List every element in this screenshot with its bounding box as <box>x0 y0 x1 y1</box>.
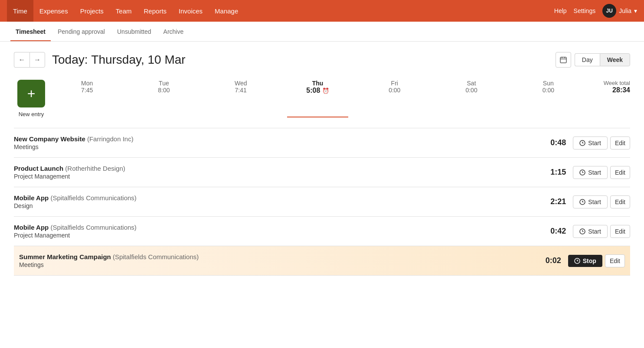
entry-project: Mobile App (Spitalfields Communications) <box>14 194 540 202</box>
new-entry-button[interactable]: + <box>17 80 45 107</box>
date-nav: ← → <box>14 52 45 68</box>
day-hours: 8:00 <box>127 87 200 94</box>
top-nav: Time Expenses Projects Team Reports Invo… <box>0 0 644 22</box>
day-name: Wed <box>204 80 278 87</box>
date-title: Today: Thursday, 10 Mar <box>52 53 186 67</box>
week-view-button[interactable]: Week <box>600 53 630 66</box>
entry-task: Meetings <box>19 261 535 268</box>
nav-right: Help Settings JU Julia ▾ <box>554 4 637 18</box>
username: Julia <box>619 7 631 14</box>
svg-rect-0 <box>560 57 566 63</box>
entry-duration: 2:21 <box>540 197 566 206</box>
tab-pending-approval[interactable]: Pending approval <box>52 28 110 41</box>
edit-button[interactable]: Edit <box>610 137 630 150</box>
table-row: Product Launch (Rotherhithe Design)Proje… <box>14 158 630 187</box>
nav-left: Time Expenses Projects Team Reports Invo… <box>7 0 244 22</box>
day-col-fri[interactable]: Fri0:00 <box>356 76 433 117</box>
next-day-button[interactable]: → <box>29 52 45 68</box>
entry-actions: StartEdit <box>573 225 630 238</box>
start-button[interactable]: Start <box>573 166 608 179</box>
day-hours: 0:00 <box>512 87 585 94</box>
edit-button[interactable]: Edit <box>610 166 630 179</box>
help-link[interactable]: Help <box>554 7 567 14</box>
tab-timesheet[interactable]: Timesheet <box>10 28 51 41</box>
entry-project: New Company Website (Farringdon Inc) <box>14 135 540 143</box>
day-name: Mon <box>50 80 124 87</box>
entry-info: Product Launch (Rotherhithe Design)Proje… <box>14 165 540 180</box>
settings-link[interactable]: Settings <box>574 7 596 14</box>
main-content: ← → Today: Thursday, 10 Mar Day Week + <box>0 42 644 286</box>
entry-actions: StopEdit <box>568 254 625 267</box>
day-col-mon[interactable]: Mon7:45 <box>49 76 125 117</box>
date-header: ← → Today: Thursday, 10 Mar Day Week <box>14 52 630 68</box>
edit-button[interactable]: Edit <box>610 195 630 208</box>
nav-item-invoices[interactable]: Invoices <box>173 0 209 22</box>
week-total-label: Week total <box>587 80 630 86</box>
day-col-sat[interactable]: Sat0:00 <box>433 76 510 117</box>
nav-item-projects[interactable]: Projects <box>74 0 110 22</box>
day-name: Fri <box>358 80 431 87</box>
chevron-down-icon: ▾ <box>634 7 637 14</box>
stop-button[interactable]: Stop <box>568 255 602 267</box>
table-row: Summer Marketing Campaign (Spitalfields … <box>14 246 630 276</box>
entry-actions: StartEdit <box>573 166 630 179</box>
tab-archive[interactable]: Archive <box>158 28 189 41</box>
edit-button[interactable]: Edit <box>610 225 630 238</box>
entry-duration: 0:48 <box>540 138 566 147</box>
entry-actions: StartEdit <box>573 137 630 150</box>
entry-duration: 0:02 <box>535 256 561 265</box>
nav-item-time[interactable]: Time <box>7 0 33 22</box>
start-button[interactable]: Start <box>573 137 608 150</box>
day-col-sun[interactable]: Sun0:00 <box>510 76 587 117</box>
day-col-wed[interactable]: Wed7:41 <box>203 76 279 117</box>
entry-info: Mobile App (Spitalfields Communications)… <box>14 194 540 209</box>
sub-nav: Timesheet Pending approval Unsubmitted A… <box>0 22 644 42</box>
day-col-thu[interactable]: Thu5:08 ⏰ <box>279 76 356 117</box>
entry-project: Mobile App (Spitalfields Communications) <box>14 224 540 231</box>
entry-project: Product Launch (Rotherhithe Design) <box>14 165 540 172</box>
table-row: New Company Website (Farringdon Inc)Meet… <box>14 128 630 158</box>
user-menu[interactable]: JU Julia ▾ <box>602 4 637 18</box>
table-row: Mobile App (Spitalfields Communications)… <box>14 217 630 246</box>
nav-item-manage[interactable]: Manage <box>209 0 244 22</box>
entries-table: New Company Website (Farringdon Inc)Meet… <box>14 128 630 276</box>
entry-task: Design <box>14 202 540 209</box>
week-total: Week total 28:34 <box>587 76 630 117</box>
entry-task: Project Management <box>14 173 540 180</box>
entry-actions: StartEdit <box>573 195 630 208</box>
day-name: Thu <box>281 80 354 87</box>
nav-item-expenses[interactable]: Expenses <box>33 0 74 22</box>
current-date: Thursday, 10 Mar <box>91 53 185 66</box>
week-total-value: 28:34 <box>587 86 630 94</box>
entry-duration: 0:42 <box>540 227 566 236</box>
entry-info: Mobile App (Spitalfields Communications)… <box>14 224 540 239</box>
days-row: Mon7:45Tue8:00Wed7:41Thu5:08 ⏰Fri0:00Sat… <box>49 76 587 117</box>
nav-item-team[interactable]: Team <box>110 0 138 22</box>
entry-task: Project Management <box>14 232 540 239</box>
entry-task: Meetings <box>14 143 540 150</box>
day-col-tue[interactable]: Tue8:00 <box>125 76 202 117</box>
day-name: Sun <box>512 80 585 87</box>
entry-info: Summer Marketing Campaign (Spitalfields … <box>19 253 535 268</box>
start-button[interactable]: Start <box>573 225 608 238</box>
start-button[interactable]: Start <box>573 195 608 208</box>
new-entry-area: + New entry <box>14 76 49 117</box>
entry-info: New Company Website (Farringdon Inc)Meet… <box>14 135 540 150</box>
day-hours: 0:00 <box>435 87 508 94</box>
date-nav-area: ← → Today: Thursday, 10 Mar <box>14 52 186 68</box>
entry-duration: 1:15 <box>540 168 566 177</box>
new-entry-label: New entry <box>19 111 44 117</box>
day-name: Sat <box>435 80 508 87</box>
calendar-icon-button[interactable] <box>556 52 571 68</box>
day-hours: 0:00 <box>358 87 431 94</box>
day-hours: 7:45 <box>50 87 124 94</box>
day-view-button[interactable]: Day <box>575 53 600 66</box>
edit-button[interactable]: Edit <box>605 254 625 267</box>
tab-unsubmitted[interactable]: Unsubmitted <box>112 28 157 41</box>
nav-item-reports[interactable]: Reports <box>138 0 173 22</box>
day-name: Tue <box>127 80 200 87</box>
active-day-underline <box>287 117 349 117</box>
day-hours: 5:08 ⏰ <box>281 87 354 94</box>
prev-day-button[interactable]: ← <box>14 52 29 68</box>
table-row: Mobile App (Spitalfields Communications)… <box>14 187 630 217</box>
